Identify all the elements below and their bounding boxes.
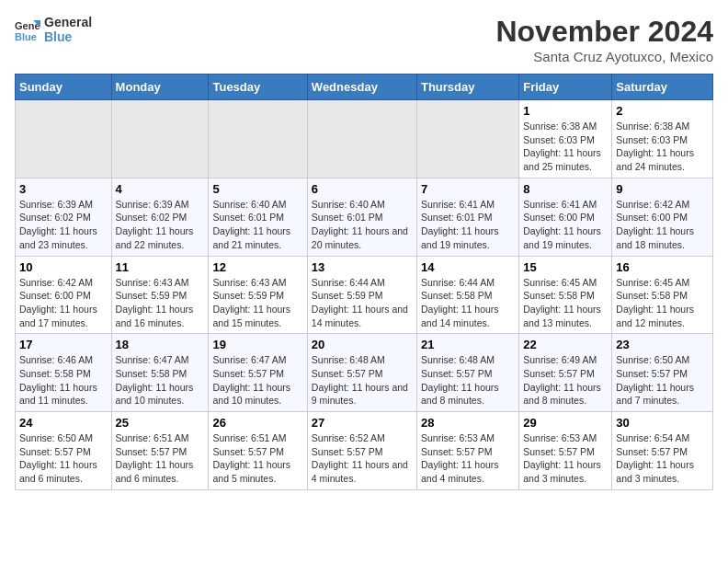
day-number: 23: [616, 338, 709, 351]
calendar-cell: 7Sunrise: 6:41 AMSunset: 6:01 PMDaylight…: [416, 178, 518, 256]
day-info: Sunrise: 6:49 AMSunset: 5:57 PMDaylight:…: [523, 353, 608, 408]
weekday-header-monday: Monday: [111, 75, 209, 100]
day-number: 30: [616, 416, 709, 430]
logo-line1: General: [44, 15, 92, 29]
calendar-cell: 9Sunrise: 6:42 AMSunset: 6:00 PMDaylight…: [612, 178, 713, 256]
day-number: 18: [116, 338, 205, 351]
weekday-header-friday: Friday: [519, 75, 612, 100]
calendar-cell: 26Sunrise: 6:51 AMSunset: 5:57 PMDayligh…: [209, 412, 307, 490]
title-area: November 2024 Santa Cruz Ayotuxco, Mexic…: [495, 15, 713, 64]
day-number: 7: [421, 182, 515, 196]
calendar-week-4: 17Sunrise: 6:46 AMSunset: 5:58 PMDayligh…: [16, 334, 713, 412]
calendar-cell: 1Sunrise: 6:38 AMSunset: 6:03 PMDaylight…: [519, 100, 612, 178]
day-number: 20: [312, 338, 413, 351]
day-info: Sunrise: 6:45 AMSunset: 5:58 PMDaylight:…: [616, 276, 709, 330]
day-info: Sunrise: 6:53 AMSunset: 5:57 PMDaylight:…: [421, 431, 515, 486]
calendar-week-3: 10Sunrise: 6:42 AMSunset: 6:00 PMDayligh…: [16, 256, 713, 334]
calendar-cell: 18Sunrise: 6:47 AMSunset: 5:58 PMDayligh…: [111, 334, 209, 412]
calendar-cell: [307, 100, 416, 178]
calendar-cell: [209, 100, 307, 178]
calendar-cell: 30Sunrise: 6:54 AMSunset: 5:57 PMDayligh…: [612, 412, 713, 490]
day-info: Sunrise: 6:50 AMSunset: 5:57 PMDaylight:…: [616, 353, 709, 408]
day-info: Sunrise: 6:39 AMSunset: 6:02 PMDaylight:…: [116, 198, 205, 252]
calendar-cell: 13Sunrise: 6:44 AMSunset: 5:59 PMDayligh…: [307, 256, 416, 334]
calendar-cell: 23Sunrise: 6:50 AMSunset: 5:57 PMDayligh…: [612, 334, 713, 412]
day-info: Sunrise: 6:53 AMSunset: 5:57 PMDaylight:…: [523, 431, 608, 486]
calendar-cell: 2Sunrise: 6:38 AMSunset: 6:03 PMDaylight…: [612, 100, 713, 178]
logo-line2: Blue: [44, 29, 92, 44]
day-number: 27: [312, 416, 413, 430]
calendar-week-5: 24Sunrise: 6:50 AMSunset: 5:57 PMDayligh…: [16, 412, 713, 490]
day-info: Sunrise: 6:46 AMSunset: 5:58 PMDaylight:…: [19, 353, 108, 408]
location-subtitle: Santa Cruz Ayotuxco, Mexico: [495, 49, 713, 64]
day-info: Sunrise: 6:38 AMSunset: 6:03 PMDaylight:…: [523, 120, 608, 174]
calendar-cell: 5Sunrise: 6:40 AMSunset: 6:01 PMDaylight…: [209, 178, 307, 256]
calendar-cell: 4Sunrise: 6:39 AMSunset: 6:02 PMDaylight…: [111, 178, 209, 256]
day-number: 14: [421, 260, 515, 274]
day-info: Sunrise: 6:42 AMSunset: 6:00 PMDaylight:…: [19, 276, 108, 330]
day-number: 12: [212, 260, 302, 274]
day-info: Sunrise: 6:50 AMSunset: 5:57 PMDaylight:…: [19, 431, 108, 486]
day-number: 24: [19, 416, 108, 430]
logo: General Blue General Blue: [15, 15, 92, 44]
day-info: Sunrise: 6:44 AMSunset: 5:59 PMDaylight:…: [312, 276, 413, 330]
calendar-header: SundayMondayTuesdayWednesdayThursdayFrid…: [16, 75, 713, 100]
calendar-cell: 25Sunrise: 6:51 AMSunset: 5:57 PMDayligh…: [111, 412, 209, 490]
weekday-header-wednesday: Wednesday: [307, 75, 416, 100]
day-info: Sunrise: 6:41 AMSunset: 6:01 PMDaylight:…: [421, 198, 515, 252]
day-info: Sunrise: 6:51 AMSunset: 5:57 PMDaylight:…: [116, 431, 205, 486]
calendar-cell: [16, 100, 112, 178]
day-info: Sunrise: 6:47 AMSunset: 5:58 PMDaylight:…: [116, 353, 205, 408]
calendar-cell: 29Sunrise: 6:53 AMSunset: 5:57 PMDayligh…: [519, 412, 612, 490]
calendar-cell: 6Sunrise: 6:40 AMSunset: 6:01 PMDaylight…: [307, 178, 416, 256]
calendar-cell: 19Sunrise: 6:47 AMSunset: 5:57 PMDayligh…: [209, 334, 307, 412]
day-number: 19: [212, 338, 302, 351]
day-number: 15: [523, 260, 608, 274]
calendar-cell: 24Sunrise: 6:50 AMSunset: 5:57 PMDayligh…: [16, 412, 112, 490]
weekday-header-sunday: Sunday: [16, 75, 112, 100]
svg-text:Blue: Blue: [15, 31, 37, 42]
calendar-cell: 3Sunrise: 6:39 AMSunset: 6:02 PMDaylight…: [16, 178, 112, 256]
day-number: 28: [421, 416, 515, 430]
calendar-cell: 28Sunrise: 6:53 AMSunset: 5:57 PMDayligh…: [416, 412, 518, 490]
day-number: 11: [116, 260, 205, 274]
header: General Blue General Blue November 2024 …: [15, 15, 713, 64]
day-info: Sunrise: 6:43 AMSunset: 5:59 PMDaylight:…: [212, 276, 302, 330]
day-info: Sunrise: 6:40 AMSunset: 6:01 PMDaylight:…: [312, 198, 413, 252]
weekday-header-thursday: Thursday: [416, 75, 518, 100]
day-number: 4: [116, 182, 205, 196]
day-number: 22: [523, 338, 608, 351]
day-number: 9: [616, 182, 709, 196]
calendar-cell: 12Sunrise: 6:43 AMSunset: 5:59 PMDayligh…: [209, 256, 307, 334]
day-number: 25: [116, 416, 205, 430]
calendar-week-1: 1Sunrise: 6:38 AMSunset: 6:03 PMDaylight…: [16, 100, 713, 178]
day-number: 26: [212, 416, 302, 430]
calendar-cell: 22Sunrise: 6:49 AMSunset: 5:57 PMDayligh…: [519, 334, 612, 412]
day-info: Sunrise: 6:41 AMSunset: 6:00 PMDaylight:…: [523, 198, 608, 252]
day-info: Sunrise: 6:44 AMSunset: 5:58 PMDaylight:…: [421, 276, 515, 330]
calendar-cell: 10Sunrise: 6:42 AMSunset: 6:00 PMDayligh…: [16, 256, 112, 334]
day-number: 5: [212, 182, 302, 196]
calendar-cell: [416, 100, 518, 178]
weekday-header-saturday: Saturday: [612, 75, 713, 100]
calendar-table: SundayMondayTuesdayWednesdayThursdayFrid…: [15, 74, 713, 490]
calendar-cell: 11Sunrise: 6:43 AMSunset: 5:59 PMDayligh…: [111, 256, 209, 334]
calendar-cell: 8Sunrise: 6:41 AMSunset: 6:00 PMDaylight…: [519, 178, 612, 256]
day-number: 2: [616, 104, 709, 118]
day-info: Sunrise: 6:40 AMSunset: 6:01 PMDaylight:…: [212, 198, 302, 252]
calendar-cell: 15Sunrise: 6:45 AMSunset: 5:58 PMDayligh…: [519, 256, 612, 334]
day-number: 13: [312, 260, 413, 274]
calendar-cell: 17Sunrise: 6:46 AMSunset: 5:58 PMDayligh…: [16, 334, 112, 412]
weekday-header-tuesday: Tuesday: [209, 75, 307, 100]
day-info: Sunrise: 6:51 AMSunset: 5:57 PMDaylight:…: [212, 431, 302, 486]
month-title: November 2024: [495, 15, 713, 49]
calendar-cell: 16Sunrise: 6:45 AMSunset: 5:58 PMDayligh…: [612, 256, 713, 334]
day-number: 1: [523, 104, 608, 118]
day-number: 10: [19, 260, 108, 274]
day-info: Sunrise: 6:38 AMSunset: 6:03 PMDaylight:…: [616, 120, 709, 174]
day-info: Sunrise: 6:48 AMSunset: 5:57 PMDaylight:…: [312, 353, 413, 408]
day-info: Sunrise: 6:39 AMSunset: 6:02 PMDaylight:…: [19, 198, 108, 252]
day-info: Sunrise: 6:52 AMSunset: 5:57 PMDaylight:…: [312, 431, 413, 486]
calendar-cell: [111, 100, 209, 178]
day-info: Sunrise: 6:45 AMSunset: 5:58 PMDaylight:…: [523, 276, 608, 330]
